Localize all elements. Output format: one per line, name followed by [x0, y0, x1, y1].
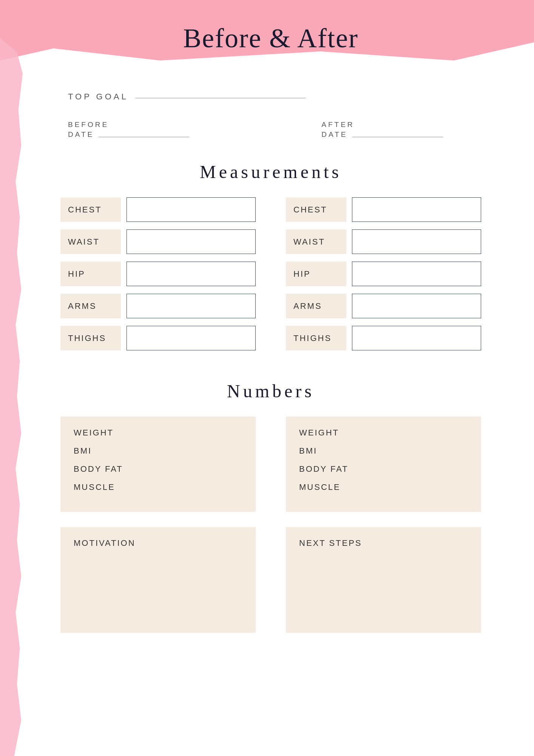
- before-waist-label: WAIST: [60, 229, 121, 254]
- before-bodyfat-label: BODY FAT: [74, 464, 242, 474]
- before-hip-label: HIP: [60, 262, 121, 286]
- measurements-title: Measurements: [38, 161, 504, 182]
- before-muscle-label: MUSCLE: [74, 482, 242, 492]
- motivation-label: MOTIVATION: [74, 538, 242, 548]
- after-bmi-label: BMI: [299, 446, 468, 456]
- after-chest-row: CHEST: [286, 197, 481, 222]
- after-thighs-label: THIGHS: [286, 326, 346, 350]
- date-section: BEFORE DATE AFTER DATE: [68, 121, 504, 139]
- after-date-line: [352, 132, 443, 137]
- after-muscle-label: MUSCLE: [299, 482, 468, 492]
- before-date-group: BEFORE DATE: [68, 121, 189, 139]
- top-goal-section: TOP GOAL: [68, 92, 504, 102]
- after-waist-label: WAIST: [286, 229, 346, 254]
- after-date-row: DATE: [321, 130, 443, 139]
- page-title: Before & After: [38, 11, 504, 62]
- before-arms-label: ARMS: [60, 294, 121, 318]
- before-thighs-label: THIGHS: [60, 326, 121, 350]
- before-date-line: [99, 132, 189, 137]
- before-measurements-column: CHEST WAIST HIP ARMS THIGHS: [60, 197, 256, 358]
- before-hip-row: HIP: [60, 262, 256, 286]
- before-date-label: DATE: [68, 130, 94, 139]
- measurements-grid: CHEST WAIST HIP ARMS THIGHS C: [60, 197, 481, 358]
- after-arms-label: ARMS: [286, 294, 346, 318]
- after-hip-label: HIP: [286, 262, 346, 286]
- after-hip-row: HIP: [286, 262, 481, 286]
- after-waist-input[interactable]: [352, 229, 481, 254]
- numbers-grid: WEIGHT BMI BODY FAT MUSCLE WEIGHT BMI BO…: [60, 417, 481, 512]
- before-chest-row: CHEST: [60, 197, 256, 222]
- before-weight-label: WEIGHT: [74, 428, 242, 438]
- after-chest-label: CHEST: [286, 197, 346, 222]
- after-chest-input[interactable]: [352, 197, 481, 222]
- after-date-group: AFTER DATE: [321, 121, 443, 139]
- before-thighs-row: THIGHS: [60, 326, 256, 350]
- before-chest-input[interactable]: [127, 197, 256, 222]
- after-arms-input[interactable]: [352, 294, 481, 318]
- before-waist-input[interactable]: [127, 229, 256, 254]
- after-numbers-box: WEIGHT BMI BODY FAT MUSCLE: [286, 417, 481, 512]
- after-measurements-column: CHEST WAIST HIP ARMS THIGHS: [286, 197, 481, 358]
- after-arms-row: ARMS: [286, 294, 481, 318]
- before-arms-input[interactable]: [127, 294, 256, 318]
- after-date-label: DATE: [321, 130, 347, 139]
- after-thighs-row: THIGHS: [286, 326, 481, 350]
- before-waist-row: WAIST: [60, 229, 256, 254]
- top-goal-line: [136, 98, 306, 98]
- next-steps-label: NEXT STEPS: [299, 538, 468, 548]
- after-label: AFTER: [321, 121, 443, 129]
- before-hip-input[interactable]: [127, 262, 256, 286]
- motivation-box: MOTIVATION: [60, 527, 256, 633]
- after-waist-row: WAIST: [286, 229, 481, 254]
- before-thighs-input[interactable]: [127, 326, 256, 350]
- numbers-title: Numbers: [38, 381, 504, 401]
- before-arms-row: ARMS: [60, 294, 256, 318]
- before-label: BEFORE: [68, 121, 189, 129]
- after-bodyfat-label: BODY FAT: [299, 464, 468, 474]
- after-weight-label: WEIGHT: [299, 428, 468, 438]
- top-goal-label: TOP GOAL: [68, 92, 128, 101]
- before-chest-label: CHEST: [60, 197, 121, 222]
- notes-grid: MOTIVATION NEXT STEPS: [60, 527, 481, 633]
- after-thighs-input[interactable]: [352, 326, 481, 350]
- after-hip-input[interactable]: [352, 262, 481, 286]
- before-bmi-label: BMI: [74, 446, 242, 456]
- next-steps-box: NEXT STEPS: [286, 527, 481, 633]
- before-date-row: DATE: [68, 130, 189, 139]
- before-numbers-box: WEIGHT BMI BODY FAT MUSCLE: [60, 417, 256, 512]
